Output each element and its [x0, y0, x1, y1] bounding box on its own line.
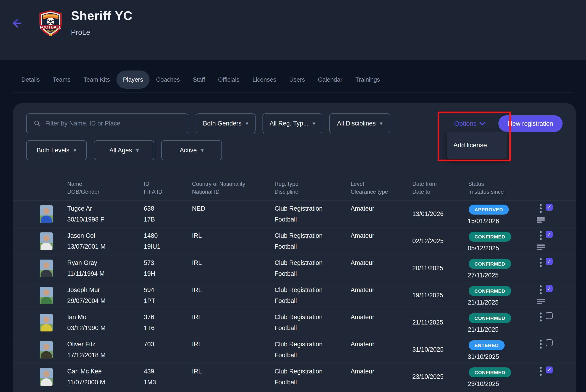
row-checkbox[interactable]: ✓: [546, 366, 553, 374]
player-fifa-id: 1M3: [144, 378, 156, 386]
table-row[interactable]: Ryan Gray 11/11/1994 M 573 19H IRL Club …: [13, 255, 576, 282]
player-name: Ian Mo: [67, 313, 86, 321]
player-id: 594: [144, 286, 154, 294]
column-header-date-from: Date fromDate to: [412, 180, 437, 196]
player-id: 638: [144, 204, 154, 212]
player-country: NED: [192, 204, 205, 212]
table-row[interactable]: Carl Mc Kee 11/07/2000 M 439 1M3 IRL Clu…: [13, 363, 576, 390]
player-level: Amateur: [351, 340, 374, 348]
player-reg-type: Club Registration: [275, 259, 323, 267]
player-dob-gender: 11/07/2000 M: [67, 378, 105, 386]
content-panel: Both Genders▾All Reg. Typ...▾All Discipl…: [13, 103, 576, 392]
player-fifa-id: 1T6: [144, 324, 155, 332]
player-discipline: Football: [275, 297, 297, 305]
player-name: Ryan Gray: [67, 259, 97, 267]
tab-team-kits[interactable]: Team Kits: [77, 70, 116, 88]
player-level: Amateur: [351, 313, 374, 321]
player-discipline: Football: [275, 324, 297, 332]
caret-down-icon: ▾: [201, 147, 204, 154]
player-date-from: 23/10/2025: [412, 373, 444, 381]
table-header: NameDOB/GenderIDFIFA IDCountry of Nation…: [13, 180, 576, 200]
notes-lines-icon[interactable]: [537, 299, 546, 304]
row-kebab-menu-icon[interactable]: [538, 312, 544, 324]
tab-bar: DetailsTeamsTeam KitsPlayersCoachesStaff…: [15, 70, 387, 88]
filter-dropdown-all-reg-typ-[interactable]: All Reg. Typ...▾: [262, 114, 322, 133]
tab-trainings[interactable]: Trainings: [349, 70, 387, 88]
status-badge: CONFIRMED: [469, 232, 511, 242]
player-fifa-id: 1PT: [144, 297, 155, 305]
caret-down-icon: ▾: [246, 120, 249, 127]
row-kebab-menu-icon[interactable]: [538, 285, 544, 296]
row-kebab-menu-icon[interactable]: [538, 258, 544, 269]
row-checkbox[interactable]: ✓: [546, 204, 553, 210]
row-kebab-menu-icon[interactable]: [538, 339, 544, 351]
filter-dropdown-all-ages[interactable]: All Ages▾: [94, 140, 154, 160]
player-reg-type: Club Registration: [275, 340, 323, 348]
filter-dropdown-both-genders[interactable]: Both Genders▾: [196, 114, 256, 133]
player-name: Oliver Fitz: [67, 340, 95, 348]
tab-coaches[interactable]: Coaches: [150, 70, 186, 88]
tabbar-divider: [13, 92, 573, 93]
in-status-since: 31/10/2025: [468, 353, 499, 361]
filter-dropdown-both-levels[interactable]: Both Levels▾: [26, 140, 87, 160]
tab-calendar[interactable]: Calendar: [311, 70, 349, 88]
tab-details[interactable]: Details: [15, 70, 46, 88]
caret-down-icon: ▾: [136, 147, 139, 154]
player-avatar: [40, 314, 53, 332]
tab-users[interactable]: Users: [283, 70, 311, 88]
player-discipline: Football: [275, 351, 297, 359]
row-checkbox[interactable]: ✓: [546, 231, 553, 238]
row-checkbox[interactable]: [546, 312, 553, 319]
notes-lines-icon[interactable]: [537, 217, 546, 223]
in-status-since: 23/10/2025: [468, 380, 499, 388]
table-row[interactable]: Ian Mo 03/12/1990 M 376 1T6 IRL Club Reg…: [13, 309, 576, 336]
player-avatar: [40, 368, 53, 386]
player-dob-gender: 30/10/1998 F: [67, 216, 104, 223]
table-row[interactable]: Joseph Mur 29/07/2004 M 594 1PT IRL Club…: [13, 282, 576, 309]
status-badge: CONFIRMED: [469, 259, 511, 269]
player-id: 703: [144, 340, 154, 348]
dropdown-value: Active: [180, 147, 197, 154]
status-badge: CONFIRMED: [469, 313, 511, 323]
row-kebab-menu-icon[interactable]: [538, 366, 544, 378]
tab-players[interactable]: Players: [116, 70, 150, 88]
player-date-from: 31/10/2025: [412, 346, 444, 354]
player-avatar: [40, 260, 53, 277]
table-row[interactable]: Oliver Fitz 17/12/2018 M 703 IRL Club Re…: [13, 336, 576, 363]
search-input[interactable]: [45, 114, 183, 133]
menu-item-add-license[interactable]: Add license: [447, 142, 507, 149]
row-checkbox[interactable]: [546, 339, 553, 346]
tab-officials[interactable]: Officials: [212, 70, 246, 88]
back-button[interactable]: [11, 17, 23, 29]
column-header-name: NameDOB/Gender: [67, 180, 99, 196]
row-kebab-menu-icon[interactable]: [538, 230, 544, 242]
tab-licenses[interactable]: Licenses: [246, 70, 283, 88]
player-date-from: 20/11/2025: [412, 264, 443, 272]
table-row[interactable]: Jason Col 13/07/2001 M 1480 19IU1 IRL Cl…: [13, 228, 576, 255]
notes-lines-icon[interactable]: [537, 244, 546, 250]
search-box: [26, 114, 188, 133]
new-registration-button[interactable]: New registration: [498, 115, 563, 132]
player-id: 573: [144, 259, 154, 267]
player-avatar: [40, 205, 53, 223]
row-checkbox[interactable]: ✓: [546, 258, 553, 265]
options-menu-button[interactable]: Options: [449, 117, 491, 130]
options-label: Options: [454, 120, 477, 127]
player-avatar: [40, 287, 53, 304]
player-id: 1480: [144, 232, 158, 240]
player-discipline: Football: [275, 216, 297, 223]
player-level: Amateur: [351, 368, 374, 375]
tab-teams[interactable]: Teams: [46, 70, 77, 88]
row-checkbox[interactable]: ✓: [546, 285, 553, 292]
filter-dropdown-all-disciplines[interactable]: All Disciplines▾: [329, 114, 390, 133]
in-status-since: 21/11/2025: [468, 298, 499, 306]
tab-staff[interactable]: Staff: [186, 70, 212, 88]
player-date-from: 21/11/2025: [412, 318, 443, 326]
club-logo: FOOTBALL STADIUM: [37, 9, 64, 37]
caret-down-icon: ▾: [73, 147, 76, 154]
filter-dropdown-active[interactable]: Active▾: [161, 140, 222, 160]
row-kebab-menu-icon[interactable]: [538, 204, 544, 215]
player-discipline: Football: [275, 378, 297, 386]
table-row[interactable]: Tugce Ar 30/10/1998 F 638 17B NED Club R…: [13, 200, 576, 228]
player-country: IRL: [192, 313, 202, 321]
